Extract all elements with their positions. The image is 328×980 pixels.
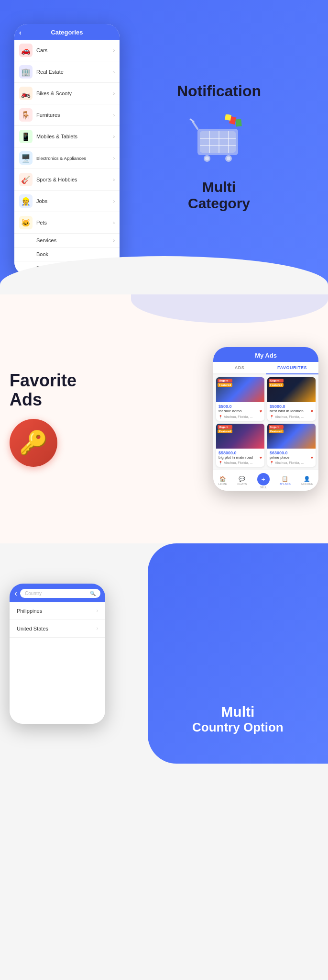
ad-info: $5000.0 best land in location ♥ 📍 Alachu… — [267, 402, 316, 420]
furniture-icon: 🪑 — [19, 108, 33, 122]
list-item[interactable]: 📱 Mobiles & Tablets › — [14, 126, 120, 147]
chevron-right-icon: › — [113, 266, 115, 271]
country-list: Philippines › United States › — [10, 602, 105, 724]
ad-card[interactable]: Urgent Featured $500.0 for sale demo ♥ 📍… — [216, 377, 264, 420]
mobile-icon: 📱 — [19, 130, 33, 143]
section1-right: Notification — [120, 73, 318, 221]
cat-label: Jobs — [36, 198, 47, 204]
ad-price: $58000.0 — [219, 451, 262, 455]
chevron-right-icon: › — [113, 91, 115, 96]
urgent-badge: Urgent — [218, 425, 232, 429]
location-icon: 📍 — [270, 461, 274, 465]
ad-badges: Urgent Featured — [269, 379, 284, 387]
chevron-right-icon: › — [113, 48, 115, 53]
chevron-right-icon: › — [113, 113, 115, 118]
list-item[interactable]: Services › — [14, 234, 120, 248]
heart-icon[interactable]: ♥ — [311, 455, 313, 460]
chevron-right-icon: › — [113, 238, 115, 243]
tab-favourites[interactable]: FAVOURITES — [266, 362, 318, 374]
ad-badges: Urgent Featured — [269, 425, 284, 433]
phone1-header: ‹ Categories — [14, 24, 120, 40]
chats-icon: 💬 — [239, 476, 245, 482]
ad-location: 📍 Alachua, Florida, ... — [270, 415, 313, 419]
chevron-right-icon: › — [97, 608, 98, 613]
cat-label: Fashion — [36, 265, 55, 271]
ad-image: Urgent Featured — [267, 377, 316, 402]
list-item[interactable]: 🪑 Furnitures › — [14, 104, 120, 126]
phone2-header: My Ads — [213, 347, 318, 362]
electronics-icon: 🖥️ — [19, 151, 33, 165]
list-item[interactable]: Fashion › — [14, 261, 120, 275]
cat-label: Sports & Hobbies — [36, 177, 77, 182]
list-item[interactable]: Book — [14, 248, 120, 261]
country-search-bar[interactable]: Country 🔍 — [20, 589, 100, 598]
heart-icon[interactable]: ♥ — [260, 409, 262, 414]
ad-location: 📍 Alachua, Florida, ... — [219, 415, 262, 419]
svg-marker-12 — [235, 119, 241, 126]
list-item[interactable]: 🏍️ Bikes & Scooty › — [14, 83, 120, 104]
ads-grid: Urgent Featured $500.0 for sale demo ♥ 📍… — [213, 374, 318, 470]
account-icon: 👤 — [304, 476, 310, 482]
ad-info: $58000.0 big plot in main road ♥ 📍 Alach… — [216, 449, 264, 467]
realestate-icon: 🏢 — [19, 65, 33, 79]
chevron-right-icon: › — [113, 69, 115, 75]
section2: Favorite Ads 🔑 My Ads ADS FAVOURITES — [0, 294, 328, 543]
list-item[interactable]: 🐱 Pets › — [14, 212, 120, 234]
list-item[interactable]: 👷 Jobs › — [14, 191, 120, 212]
svg-rect-1 — [200, 131, 236, 153]
urgent-badge: Urgent — [269, 425, 284, 429]
location-icon: 📍 — [270, 415, 274, 419]
chevron-right-icon: › — [113, 177, 115, 182]
ad-card[interactable]: Urgent Featured $63000.0 prime place ♥ 📍… — [267, 424, 316, 467]
ad-card[interactable]: Urgent Featured $58000.0 big plot in mai… — [216, 424, 264, 467]
back-arrow-icon[interactable]: ‹ — [19, 29, 22, 36]
cat-label: Pets — [36, 220, 47, 225]
country-item-us[interactable]: United States › — [10, 620, 105, 638]
phone-mockup-categories: ‹ Categories 🚗 Cars › 🏢 Real Estate › 🏍️… — [14, 24, 120, 275]
heart-icon[interactable]: ♥ — [311, 409, 313, 414]
ad-name: for sale demo — [219, 409, 259, 414]
bike-icon: 🏍️ — [19, 87, 33, 100]
section3: ‹ Country 🔍 Philippines › United States … — [0, 543, 328, 764]
list-item[interactable]: 🏢 Real Estate › — [14, 61, 120, 83]
tab-ads[interactable]: ADS — [213, 362, 266, 373]
urgent-badge: Urgent — [218, 379, 232, 383]
nav-myads[interactable]: 📋 MY ADS — [280, 476, 291, 485]
ad-price: $63000.0 — [270, 451, 313, 455]
key-icon: 🔑 — [10, 419, 57, 467]
list-item[interactable]: 🖥️ Electronics & Appliances › — [14, 147, 120, 169]
phone-mockup-myads: My Ads ADS FAVOURITES Urgent Featured — [213, 347, 318, 491]
ad-name: prime place — [270, 455, 310, 460]
home-icon: 🏠 — [219, 476, 226, 482]
svg-point-10 — [227, 157, 230, 160]
ad-card[interactable]: Urgent Featured $5000.0 best land in loc… — [267, 377, 316, 420]
phone3-header: ‹ Country 🔍 — [10, 584, 105, 602]
country-item-philippines[interactable]: Philippines › — [10, 602, 105, 620]
urgent-badge: Urgent — [269, 379, 284, 383]
ad-name: big plot in main road — [219, 455, 259, 460]
sell-button[interactable]: + — [257, 473, 270, 485]
back-arrow-icon[interactable]: ‹ — [14, 588, 17, 598]
nav-home[interactable]: 🏠 HOME — [219, 476, 227, 485]
nav-sell[interactable]: + SELL — [257, 473, 270, 489]
myads-icon: 📋 — [282, 476, 288, 482]
svg-point-8 — [205, 157, 209, 160]
jobs-icon: 👷 — [19, 194, 33, 208]
ad-price: $500.0 — [219, 404, 262, 409]
section3-right: Multi Country Option — [148, 543, 328, 764]
ad-badges: Urgent Featured — [218, 425, 232, 433]
list-item[interactable]: 🚗 Cars › — [14, 40, 120, 61]
location-icon: 📍 — [219, 461, 223, 465]
cat-label: Book — [36, 251, 48, 257]
featured-badge: Featured — [269, 429, 284, 433]
nav-chats[interactable]: 💬 CHATS — [237, 476, 247, 485]
ad-image: Urgent Featured — [216, 377, 264, 402]
search-placeholder: Country — [25, 591, 42, 596]
tabs-row: ADS FAVOURITES — [213, 362, 318, 374]
notification-title: Notification — [177, 83, 261, 100]
heart-icon[interactable]: ♥ — [260, 455, 262, 460]
ad-location: 📍 Alachua, Florida, ... — [270, 461, 313, 465]
sports-icon: 🎸 — [19, 173, 33, 186]
nav-account[interactable]: 👤 ACCOUN — [301, 476, 313, 485]
list-item[interactable]: 🎸 Sports & Hobbies › — [14, 169, 120, 191]
